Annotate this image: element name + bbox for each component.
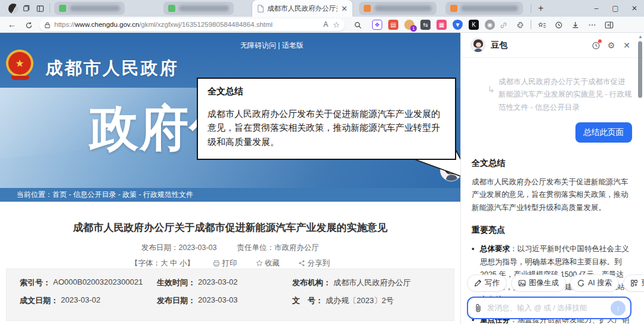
tab-active[interactable]: 成都市人民政府办公厅关于成都… ✕ [252, 0, 352, 17]
breadcrumb-home[interactable]: 首页 [52, 190, 67, 199]
extension-shield-icon[interactable]: ▼ [453, 20, 463, 30]
chat-input-box[interactable]: 发消息、输入 @ 或 / 选择技能 ↑ [467, 297, 631, 319]
lock-icon [44, 19, 51, 30]
link-icon[interactable] [495, 20, 512, 29]
extensions-puzzle-icon[interactable] [512, 20, 528, 29]
extension-gray-icon[interactable]: ◉ [485, 20, 495, 30]
workspaces-icon[interactable] [18, 4, 33, 13]
tab3-blurred-title [374, 5, 432, 11]
publish-date-value2: 2023-03-03 [198, 295, 238, 306]
unit: 市政府办公厅 [274, 243, 319, 252]
index-label: 索引号： [20, 277, 51, 288]
user-query-message: ↳ 成都市人民政府办公厅关于成都市促进新能源汽车产业发展的实施意见 - 行政规范… [470, 76, 632, 114]
writing-skill-button[interactable]: 写作 [467, 274, 507, 292]
breadcrumb-prefix: 当前位置： [17, 190, 52, 199]
maximize-button[interactable]: ▢ [606, 4, 625, 13]
history-clock-icon[interactable] [588, 40, 603, 50]
history-icon[interactable] [550, 20, 567, 29]
settings-gear-icon[interactable]: ⚙ [603, 41, 619, 50]
more-options-icon[interactable]: ⋯ [584, 20, 600, 29]
tab4-blurred-title [461, 5, 518, 11]
article-title: 成都市人民政府办公厅关于成都市促进新能源汽车产业发展的实施意见 [0, 221, 460, 234]
callout-title: 全文总结 [208, 86, 445, 97]
doubao-avatar [440, 159, 460, 181]
tab-blurred-1[interactable] [54, 2, 125, 15]
doubao-avatar [470, 38, 485, 53]
ai-search-skill-button[interactable]: AI 搜索 [570, 274, 619, 292]
accessibility-links: 无障碍访问 | 适老版 [240, 41, 304, 51]
scrollbar-thumb[interactable] [638, 41, 642, 98]
sidebar-title: 豆包 [491, 40, 588, 51]
summarize-page-button[interactable]: 总结此页面 [575, 122, 633, 143]
close-window-button[interactable]: ✕ [625, 4, 644, 13]
attachment-paperclip-icon[interactable] [474, 303, 482, 313]
breadcrumb: 当前位置：首页 - 信息公开目录 - 政策 - 行政规范性文件 [0, 188, 460, 202]
draft-date-label: 成文日期： [20, 295, 58, 306]
breadcrumb-policy[interactable]: 政策 [122, 190, 137, 199]
breadcrumb-info-catalog[interactable]: 信息公开目录 [73, 190, 116, 199]
extension-k-icon[interactable]: K [469, 20, 479, 30]
org-value: 成都市人民政府办公厅 [333, 277, 411, 288]
elderly-version-link[interactable]: 适老版 [282, 41, 304, 50]
font-size-tool[interactable]: 【字体：大 中 小】 [131, 259, 194, 267]
highlights-heading: 重要亮点 [472, 225, 633, 236]
favorites-icon[interactable] [534, 20, 550, 29]
doubao-sidebar: 豆包 ⚙ ✕ ↳ 成都市人民政府办公厅关于成都市促进新能源汽车产业发展的实施意见… [460, 33, 644, 324]
extension-notebook-icon[interactable]: ▤ [388, 20, 398, 30]
callout-body: 成都市人民政府办公厅发布关于促进新能源汽车产业发展的意见，旨在贯彻落实相关政策，… [208, 107, 445, 149]
browser-toolbar: ← https://www.chengdu.gov.cn/gkml/xzgfxw… [0, 17, 644, 33]
favorite-button[interactable]: 收藏 [256, 259, 280, 267]
search-icon[interactable] [349, 20, 366, 29]
tab-close-icon[interactable]: ✕ [341, 4, 348, 13]
user-query-text: 成都市人民政府办公厅关于成都市促进新能源汽车产业发展的实施意见 - 行政规范性文… [499, 76, 632, 114]
scroll-up-arrow-icon[interactable]: ▲ [637, 34, 643, 39]
national-emblem-icon: ★ [6, 50, 35, 82]
sidebar-header: 豆包 ⚙ ✕ [461, 33, 644, 58]
close-sidebar-icon[interactable]: ✕ [619, 41, 634, 50]
tab3-favicon [364, 5, 371, 12]
sidebar-toggle-icon[interactable] [600, 20, 617, 29]
new-tab-button[interactable]: + [534, 3, 548, 14]
draft-date-value: 2023-03-02 [61, 295, 101, 306]
read-aloud-icon[interactable]: A [323, 20, 328, 29]
favorite-star-icon[interactable]: ☆ [333, 20, 340, 29]
tab1-blurred-title [70, 5, 120, 11]
summary-heading: 全文总结 [472, 158, 633, 169]
article-toolbar: 【字体：大 中 小】 打印 收藏 分享到 [0, 258, 460, 269]
extension-purple-icon[interactable]: ❖ [372, 20, 382, 30]
tab-blurred-3[interactable] [359, 2, 436, 15]
tab4-favicon [450, 5, 457, 12]
bullet-label: 总体要求 [480, 245, 510, 253]
refresh-button[interactable] [20, 20, 37, 29]
address-bar[interactable]: https://www.chengdu.gov.cn/gkml/xzgfxwj/… [39, 18, 345, 31]
browser-tab-strip: 成都市人民政府办公厅关于成都… ✕ + – ▢ ✕ [0, 0, 644, 17]
effective-value: 2023-03-02 [198, 277, 238, 288]
unit-label: 责任单位： [237, 243, 274, 252]
extension-avatar-icon[interactable]: 1 [404, 20, 414, 30]
send-button[interactable]: ↑ [611, 301, 626, 316]
sidebar-scrollbar[interactable]: ▲ [637, 34, 643, 323]
tab-blurred-2[interactable] [163, 2, 234, 15]
summary-callout: 全文总结 成都市人民政府办公厅发布关于促进新能源汽车产业发展的意见，旨在贯彻落实… [197, 78, 456, 160]
publish-date-label: 发布日期： [141, 243, 179, 252]
tab-blurred-4[interactable] [445, 2, 523, 15]
tab-separator [531, 4, 531, 13]
tab-actions-icon[interactable] [33, 4, 47, 13]
extension-badge: 1 [410, 25, 417, 32]
index-value: AO000B02003202300021 [53, 277, 143, 288]
extension-pink-icon[interactable]: ▦ [436, 20, 447, 30]
toolbar-separator [531, 20, 531, 29]
doc-number-label: 文 号： [292, 295, 323, 306]
browser-profile-avatar[interactable] [8, 4, 18, 14]
print-button[interactable]: 打印 [213, 259, 237, 267]
extension-dark-icon[interactable]: ⇆ [420, 20, 431, 30]
minimize-button[interactable]: – [587, 4, 606, 13]
image-generation-skill-button[interactable]: 图像生成 [511, 274, 566, 292]
back-button[interactable]: ← [4, 20, 20, 29]
tab2-favicon [168, 5, 175, 12]
accessibility-link[interactable]: 无障碍访问 [240, 41, 276, 50]
downloads-icon[interactable] [567, 20, 584, 29]
share-button[interactable]: 分享到 [298, 259, 330, 267]
url-text[interactable]: https://www.chengdu.gov.cn/gkml/xzgfxwj/… [54, 21, 318, 28]
breadcrumb-regulatory-docs[interactable]: 行政规范性文件 [143, 190, 193, 199]
